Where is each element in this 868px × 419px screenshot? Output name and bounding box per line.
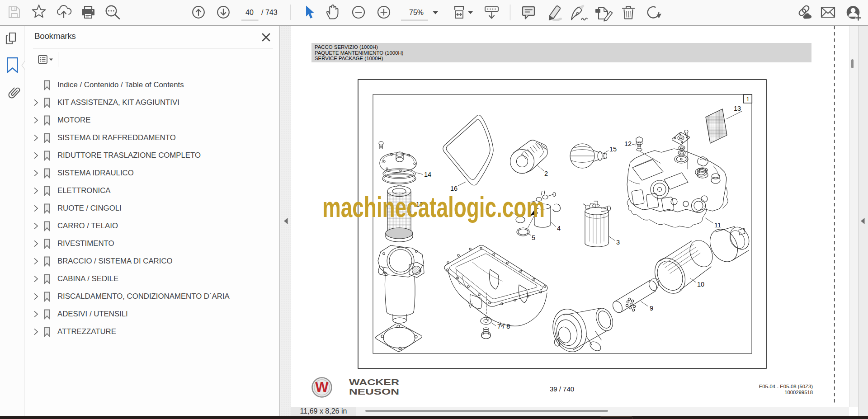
- svg-text:1: 1: [746, 96, 749, 103]
- svg-text:WACKER: WACKER: [349, 378, 399, 387]
- svg-text:W: W: [315, 379, 329, 395]
- svg-text:11: 11: [714, 221, 721, 229]
- svg-text:4: 4: [557, 225, 561, 232]
- svg-text:E05-04 - E05-08 (50Z3): E05-04 - E05-08 (50Z3): [759, 384, 813, 389]
- svg-text:/ 743: / 743: [261, 9, 278, 16]
- svg-text:NEUSON: NEUSON: [349, 387, 399, 396]
- svg-text:9: 9: [650, 305, 653, 312]
- svg-text:39 / 740: 39 / 740: [550, 385, 574, 393]
- svg-text:3: 3: [616, 239, 620, 246]
- svg-text:2: 2: [544, 170, 548, 177]
- svg-text:PACCO SERVIZIO (1000H): PACCO SERVIZIO (1000H): [315, 44, 378, 50]
- svg-text:10: 10: [697, 281, 704, 288]
- svg-text:1000299518: 1000299518: [784, 390, 813, 395]
- svg-text:40: 40: [245, 9, 254, 16]
- svg-text:12: 12: [624, 140, 632, 147]
- svg-text:PAQUETE MANTENIMIENTO (1000H): PAQUETE MANTENIMIENTO (1000H): [315, 50, 404, 56]
- svg-text:machinecatalogic.com: machinecatalogic.com: [322, 191, 545, 223]
- svg-text:7 / 8: 7 / 8: [497, 323, 510, 330]
- svg-text:14: 14: [424, 171, 431, 178]
- svg-text:SERVICE PACKAGE (1000H): SERVICE PACKAGE (1000H): [315, 56, 383, 61]
- svg-text:13: 13: [734, 105, 741, 112]
- svg-text:5: 5: [532, 234, 535, 241]
- svg-text:15: 15: [609, 146, 617, 153]
- svg-text:75%: 75%: [409, 9, 424, 16]
